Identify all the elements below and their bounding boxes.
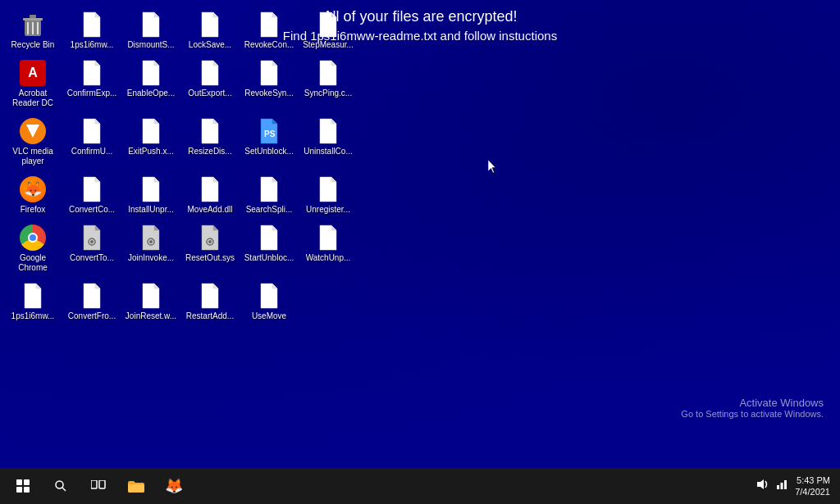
taskview-button[interactable] [82, 468, 115, 504]
ransom-line1: All of your files are encrypted! [0, 8, 840, 25]
file-special-image: PS [256, 118, 282, 144]
confirmexp-icon[interactable]: ConfirmExp... [62, 55, 121, 113]
network-button[interactable] [775, 479, 788, 493]
clock-date: 7/4/2021 [795, 486, 830, 497]
file-image [197, 176, 223, 202]
vlc-label: VLC media player [7, 147, 59, 166]
speaker-button[interactable] [756, 479, 769, 493]
acrobat-label: Acrobat Reader DC [7, 89, 59, 108]
moveadd-label: MoveAdd.dll [187, 205, 232, 215]
file-image [197, 283, 223, 309]
icon-row-3: VLC media player ConfirmU... [3, 113, 358, 171]
taskbar: 🦊 5:43 PM 7/4/2021 [0, 468, 840, 504]
search-button[interactable] [44, 468, 77, 504]
syncping-label: SyncPing.c... [304, 89, 352, 98]
folder-icon [128, 479, 144, 493]
1ps1i6mww-label-2: 1ps1i6mw... [11, 311, 55, 321]
confirmu-label: ConfirmU... [71, 147, 113, 157]
file-image [256, 176, 282, 202]
resizedis-icon[interactable]: ResizeDis... [180, 113, 240, 171]
file-gear-image [138, 225, 164, 251]
convertto-icon[interactable]: ConvertTo... [62, 220, 121, 278]
convertto-label: ConvertTo... [70, 253, 114, 263]
svg-rect-19 [781, 483, 783, 489]
convertfro-icon[interactable]: ConvertFro... [62, 278, 121, 326]
desktop-icons: Recycle Bin 1ps1i6mw... [0, 0, 361, 333]
outexport-icon[interactable]: OutExport... [180, 55, 240, 113]
setunblock-icon[interactable]: PS SetUnblock... [240, 113, 299, 171]
activate-windows-line1: Activate Windows [681, 397, 824, 409]
icon-row-2: A Acrobat Reader DC ConfirmExp... [3, 55, 358, 113]
icon-row-5: Google Chrome ConvertTo... [3, 220, 358, 278]
watchunp-icon[interactable]: WatchUnp... [299, 220, 358, 278]
network-icon [775, 479, 788, 490]
firefox-label: Firefox [21, 205, 46, 215]
resetout-icon[interactable]: ResetOut.sys [180, 220, 240, 278]
file-image [315, 225, 341, 251]
chrome-image [20, 225, 46, 251]
icon-row-6: 1ps1i6mw... ConvertFro... [3, 278, 358, 326]
file-image [256, 60, 282, 86]
1ps1i6mww-icon-2[interactable]: 1ps1i6mw... [3, 278, 62, 326]
startunbloc-icon[interactable]: StartUnbloc... [240, 220, 299, 278]
file-image [315, 60, 341, 86]
vlc-symbol [20, 118, 46, 144]
moveadd-icon[interactable]: MoveAdd.dll [180, 171, 240, 220]
svg-rect-16 [99, 480, 105, 488]
file-explorer-button[interactable] [120, 468, 153, 504]
convertco-label: ConvertCo... [69, 205, 115, 215]
revokesyn-icon[interactable]: RevokeSyn... [240, 55, 299, 113]
vlc-icon[interactable]: VLC media player [3, 113, 62, 171]
chrome-icon[interactable]: Google Chrome [3, 220, 62, 278]
enableope-icon[interactable]: EnableOpe... [121, 55, 180, 113]
uninstallco-label: UninstallCo... [304, 147, 352, 157]
chrome-label: Google Chrome [7, 253, 59, 273]
acrobat-icon[interactable]: A Acrobat Reader DC [3, 55, 62, 113]
watchunp-label: WatchUnp... [306, 253, 351, 263]
mouse-cursor [488, 160, 498, 175]
vlc-image [20, 118, 46, 144]
confirmexp-label: ConfirmExp... [67, 89, 117, 98]
joininvoke-icon[interactable]: JoinInvoke... [121, 220, 180, 278]
searchspli-icon[interactable]: SearchSpli... [240, 171, 299, 220]
svg-point-10 [149, 240, 153, 243]
taskbar-right: 5:43 PM 7/4/2021 [746, 474, 840, 498]
file-image [256, 283, 282, 309]
outexport-label: OutExport... [188, 89, 231, 98]
system-clock[interactable]: 5:43 PM 7/4/2021 [795, 474, 830, 498]
installunpr-icon[interactable]: InstallUnpr... [121, 171, 180, 220]
windows-logo-icon [16, 479, 30, 493]
unregister-icon[interactable]: Unregister... [299, 171, 358, 220]
searchspli-label: SearchSpli... [246, 205, 293, 215]
startunbloc-label: StartUnbloc... [244, 253, 294, 263]
convertco-icon[interactable]: ConvertCo... [62, 171, 121, 220]
firefox-icon[interactable]: 🦊 Firefox [3, 171, 62, 220]
start-button[interactable] [7, 468, 39, 504]
setunblock-label: SetUnblock... [244, 147, 293, 157]
file-gear-image [197, 225, 223, 251]
file-image [197, 118, 223, 144]
firefox-taskbar-button[interactable]: 🦊 [158, 468, 190, 504]
resetout-label: ResetOut.sys [185, 253, 235, 263]
usemove-label: UseMove [252, 311, 286, 321]
resizedis-label: ResizeDis... [188, 147, 231, 157]
acrobat-symbol: A [20, 60, 46, 86]
uninstallco-icon[interactable]: UninstallCo... [299, 113, 358, 171]
ransom-message: All of your files are encrypted! Find 1p… [0, 8, 840, 43]
syncping-icon[interactable]: SyncPing.c... [299, 55, 358, 113]
firefox-symbol: 🦊 [20, 176, 46, 202]
chrome-symbol [20, 225, 46, 251]
svg-rect-18 [777, 485, 779, 489]
file-image [138, 118, 164, 144]
svg-line-14 [62, 488, 66, 491]
usemove-icon[interactable]: UseMove [240, 278, 299, 326]
file-image [79, 283, 105, 309]
exitpush-icon[interactable]: ExitPush.x... [121, 113, 180, 171]
joininvoke-label: JoinInvoke... [128, 253, 174, 263]
joinreset-icon[interactable]: JoinReset.w... [121, 278, 180, 326]
confirmu-icon[interactable]: ConfirmU... [62, 113, 121, 171]
restaradd-icon[interactable]: RestartAdd... [180, 278, 240, 326]
speaker-icon [756, 479, 769, 490]
svg-point-13 [56, 481, 63, 488]
file-image [138, 283, 164, 309]
